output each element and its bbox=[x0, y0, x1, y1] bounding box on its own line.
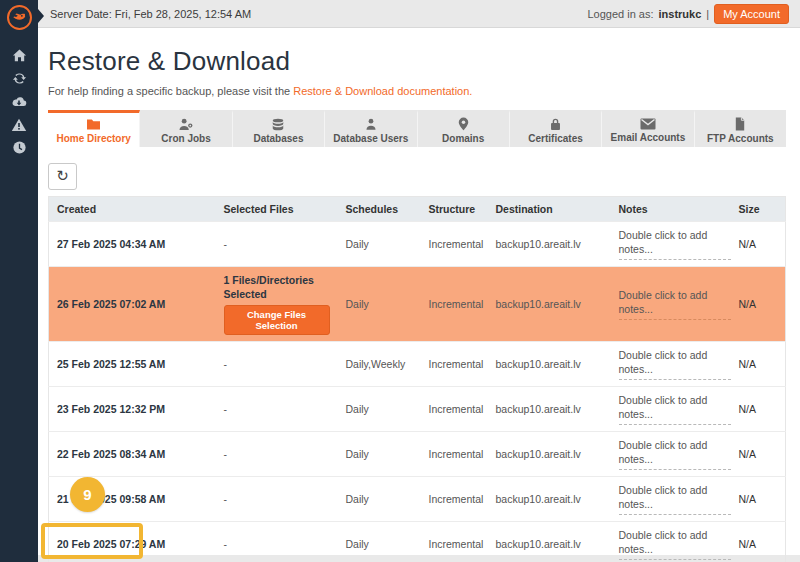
server-date: Server Date: Fri, Feb 28, 2025, 12:54 AM bbox=[50, 8, 251, 20]
cloud-download-icon bbox=[11, 94, 27, 110]
lock-icon bbox=[549, 117, 562, 131]
table-row[interactable]: 27 Feb 2025 04:34 AM-DailyIncrementalbac… bbox=[49, 222, 786, 267]
notes-field[interactable]: Double click to add notes... bbox=[619, 348, 731, 380]
sidebar-item-home[interactable] bbox=[0, 44, 38, 67]
cell-selected-files: 1 Files/Directories SelectedChange Files… bbox=[216, 267, 338, 342]
cell-structure: Incremental bbox=[421, 387, 488, 432]
jet-icon bbox=[12, 10, 27, 25]
documentation-link[interactable]: Restore & Download documentation. bbox=[293, 85, 472, 97]
cell-size: N/A bbox=[731, 432, 786, 477]
tab-email-accounts[interactable]: Email Accounts bbox=[602, 110, 694, 147]
tab-label: Email Accounts bbox=[611, 132, 686, 143]
sidebar-item-restore[interactable] bbox=[0, 67, 38, 90]
tab-cron-jobs[interactable]: Cron Jobs bbox=[140, 110, 232, 147]
my-account-button[interactable]: My Account bbox=[714, 4, 789, 24]
topbar: Server Date: Fri, Feb 28, 2025, 12:54 AM… bbox=[38, 0, 800, 28]
cell-destination: backup10.areait.lv bbox=[488, 222, 611, 267]
sync-icon bbox=[12, 71, 27, 86]
tab-database-users[interactable]: Database Users bbox=[325, 110, 417, 147]
app-window: Server Date: Fri, Feb 28, 2025, 12:54 AM… bbox=[0, 0, 800, 562]
notes-field[interactable]: Double click to add notes... bbox=[619, 393, 731, 425]
tab-label: Databases bbox=[253, 133, 303, 144]
cell-size: N/A bbox=[731, 267, 786, 342]
tab-ftp-accounts[interactable]: FTP Accounts bbox=[695, 110, 786, 147]
database-icon bbox=[271, 118, 285, 131]
table-row[interactable]: 26 Feb 2025 07:02 AM1 Files/Directories … bbox=[49, 267, 786, 342]
cell-schedules: Daily bbox=[338, 267, 421, 342]
selected-files-text: - bbox=[224, 538, 228, 550]
topbar-separator: | bbox=[706, 8, 709, 20]
tab-home-directory[interactable]: Home Directory bbox=[48, 110, 140, 147]
tab-domains[interactable]: Domains bbox=[418, 110, 510, 147]
cell-schedules: Daily bbox=[338, 222, 421, 267]
cell-structure: Incremental bbox=[421, 222, 488, 267]
tab-certificates[interactable]: Certificates bbox=[510, 110, 602, 147]
col-header-structure: Structure bbox=[421, 197, 488, 222]
cell-size: N/A bbox=[731, 342, 786, 387]
cell-created: 26 Feb 2025 07:02 AM bbox=[49, 267, 216, 342]
selected-files-text: - bbox=[224, 448, 228, 460]
col-header-destination: Destination bbox=[488, 197, 611, 222]
tab-label: Database Users bbox=[333, 133, 408, 144]
selected-files-text: - bbox=[224, 403, 228, 415]
backup-type-tabs: Home Directory Cron Jobs Databases Datab… bbox=[48, 110, 786, 147]
table-row[interactable]: 22 Feb 2025 08:34 AM-DailyIncrementalbac… bbox=[49, 432, 786, 477]
cell-destination: backup10.areait.lv bbox=[488, 267, 611, 342]
tab-label: Domains bbox=[442, 133, 484, 144]
tab-label: Certificates bbox=[528, 133, 582, 144]
cell-created: 27 Feb 2025 04:34 AM bbox=[49, 222, 216, 267]
cell-destination: backup10.areait.lv bbox=[488, 387, 611, 432]
folder-icon bbox=[86, 118, 101, 131]
page-title: Restore & Download bbox=[48, 46, 786, 77]
cell-destination: backup10.areait.lv bbox=[488, 477, 611, 522]
backup-table-body: 27 Feb 2025 04:34 AM-DailyIncrementalbac… bbox=[49, 222, 786, 562]
cell-notes: Double click to add notes... bbox=[611, 387, 731, 432]
cell-notes: Double click to add notes... bbox=[611, 477, 731, 522]
cell-created: 20 Feb 2025 07:29 AM bbox=[49, 522, 216, 562]
cell-notes: Double click to add notes... bbox=[611, 522, 731, 562]
cell-notes: Double click to add notes... bbox=[611, 432, 731, 477]
cell-destination: backup10.areait.lv bbox=[488, 432, 611, 477]
notes-field[interactable]: Double click to add notes... bbox=[619, 438, 731, 470]
cell-selected-files: - bbox=[216, 432, 338, 477]
help-prefix: For help finding a specific backup, plea… bbox=[48, 85, 293, 97]
cell-destination: backup10.areait.lv bbox=[488, 522, 611, 562]
selected-files-text: - bbox=[224, 358, 228, 370]
col-header-created: Created bbox=[49, 197, 216, 222]
tab-label: Home Directory bbox=[56, 133, 130, 144]
notes-field[interactable]: Double click to add notes... bbox=[619, 228, 731, 260]
cell-size: N/A bbox=[731, 522, 786, 562]
clock-icon bbox=[12, 140, 27, 155]
notes-field[interactable]: Double click to add notes... bbox=[619, 288, 731, 320]
tab-label: Cron Jobs bbox=[161, 133, 210, 144]
cell-schedules: Daily bbox=[338, 522, 421, 562]
table-row[interactable]: 21 Feb 2025 09:58 AM-DailyIncrementalbac… bbox=[49, 477, 786, 522]
table-row[interactable]: 25 Feb 2025 12:55 AM-Daily,WeeklyIncreme… bbox=[49, 342, 786, 387]
cell-selected-files: - bbox=[216, 522, 338, 562]
cell-selected-files: - bbox=[216, 342, 338, 387]
sidebar-item-history[interactable] bbox=[0, 136, 38, 159]
main-area: Server Date: Fri, Feb 28, 2025, 12:54 AM… bbox=[38, 0, 800, 562]
sidebar-nav bbox=[0, 0, 38, 562]
cell-created: 23 Feb 2025 12:32 PM bbox=[49, 387, 216, 432]
table-row[interactable]: 20 Feb 2025 07:29 AM-DailyIncrementalbac… bbox=[49, 522, 786, 562]
cell-notes: Double click to add notes... bbox=[611, 222, 731, 267]
cell-size: N/A bbox=[731, 222, 786, 267]
selected-files-text: 1 Files/Directories Selected bbox=[224, 273, 330, 301]
tab-databases[interactable]: Databases bbox=[233, 110, 325, 147]
home-icon bbox=[12, 48, 27, 63]
sidebar-item-alerts[interactable] bbox=[0, 113, 38, 136]
cell-size: N/A bbox=[731, 477, 786, 522]
cell-structure: Incremental bbox=[421, 477, 488, 522]
table-row[interactable]: 23 Feb 2025 12:32 PM-DailyIncrementalbac… bbox=[49, 387, 786, 432]
selected-files-text: - bbox=[224, 493, 228, 505]
change-files-selection-button[interactable]: Change Files Selection bbox=[224, 305, 330, 335]
selected-files-text: - bbox=[224, 238, 228, 250]
refresh-table-button[interactable]: ↻ bbox=[48, 163, 77, 190]
cell-structure: Incremental bbox=[421, 342, 488, 387]
jetbackup-logo[interactable] bbox=[7, 5, 32, 30]
page-help-text: For help finding a specific backup, plea… bbox=[48, 85, 786, 97]
notes-field[interactable]: Double click to add notes... bbox=[619, 483, 731, 515]
notes-field[interactable]: Double click to add notes... bbox=[619, 528, 731, 560]
sidebar-item-downloads[interactable] bbox=[0, 90, 38, 113]
